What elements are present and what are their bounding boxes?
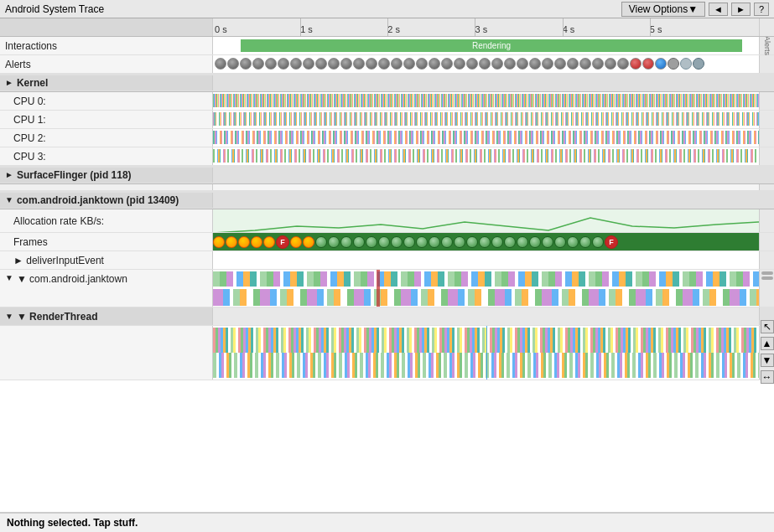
alert-dot-colored[interactable]: [630, 58, 642, 70]
alert-dot[interactable]: [227, 58, 239, 70]
alerts-track[interactable]: [213, 55, 759, 73]
alert-dot-colored[interactable]: [642, 58, 654, 70]
janktown-toggle[interactable]: ▼: [5, 195, 13, 204]
frame-dot-green[interactable]: [579, 236, 591, 248]
render-thread-track[interactable]: [213, 326, 759, 380]
alert-dot[interactable]: [265, 58, 277, 70]
janktown-thread-track[interactable]: [213, 270, 759, 307]
frame-dot-green[interactable]: [429, 236, 440, 248]
frame-dot[interactable]: [238, 236, 250, 248]
frame-dot[interactable]: [263, 236, 275, 248]
frame-dot-green[interactable]: [554, 236, 566, 248]
frame-dot-green[interactable]: [479, 236, 491, 248]
kernel-section-header[interactable]: ► Kernel: [0, 74, 774, 92]
frame-dot-green[interactable]: [328, 236, 340, 248]
alert-dot[interactable]: [403, 58, 415, 70]
alert-dot[interactable]: [479, 58, 491, 70]
frame-dot-green[interactable]: [454, 236, 465, 248]
render-thread-toggle[interactable]: ▼: [5, 312, 13, 321]
cpu2-track[interactable]: [213, 129, 759, 146]
alert-dot[interactable]: [542, 58, 553, 70]
alert-dot-blue[interactable]: [655, 58, 667, 70]
frame-dot-green[interactable]: [315, 236, 327, 248]
alert-dot[interactable]: [315, 58, 327, 70]
frame-dot-green[interactable]: [416, 236, 428, 248]
alert-dot[interactable]: [278, 58, 289, 70]
alert-dot[interactable]: [340, 58, 352, 70]
frame-dot[interactable]: [251, 236, 262, 248]
render-thread-label[interactable]: ▼ ▼ RenderThread: [0, 307, 213, 325]
frame-dot-green[interactable]: [391, 236, 403, 248]
interactions-track[interactable]: Rendering: [213, 37, 759, 54]
surface-flinger-label[interactable]: ► SurfaceFlinger (pid 118): [0, 168, 213, 183]
frame-dot-green[interactable]: [353, 236, 365, 248]
frame-dot-green[interactable]: [491, 236, 503, 248]
surface-flinger-header[interactable]: ► SurfaceFlinger (pid 118): [0, 166, 774, 184]
frame-dot-green[interactable]: [366, 236, 377, 248]
pan-lr-button[interactable]: ↔: [761, 370, 774, 384]
frame-dot-green[interactable]: [504, 236, 516, 248]
alert-dot[interactable]: [605, 58, 616, 70]
frame-dot-green[interactable]: [378, 236, 390, 248]
frame-dot-green[interactable]: [592, 236, 604, 248]
alert-dot-gray2[interactable]: [680, 58, 692, 70]
janktown-thread-toggle[interactable]: ▼: [5, 273, 13, 282]
frame-dot-f-red2[interactable]: F: [605, 235, 618, 249]
cpu0-track[interactable]: [213, 92, 759, 109]
alert-dot[interactable]: [529, 58, 541, 70]
frame-dot-green[interactable]: [542, 236, 553, 248]
frame-dot[interactable]: [290, 236, 302, 248]
frame-dot-green[interactable]: [567, 236, 579, 248]
alert-dot[interactable]: [252, 58, 264, 70]
content-rows[interactable]: Interactions Rendering Alerts Alerts: [0, 37, 774, 512]
nav-back-button[interactable]: ◄: [709, 3, 728, 16]
frames-track[interactable]: F: [213, 233, 759, 251]
cursor-nav-button[interactable]: ↖: [761, 320, 774, 333]
alert-dot[interactable]: [416, 58, 428, 70]
alert-dot[interactable]: [554, 58, 566, 70]
alert-dot[interactable]: [441, 58, 453, 70]
frame-dot[interactable]: [226, 236, 237, 248]
frame-dot-green[interactable]: [340, 236, 352, 248]
frame-dot-f-red[interactable]: F: [276, 235, 289, 249]
alert-dot[interactable]: [567, 58, 579, 70]
janktown-label[interactable]: ▼ com.android.janktown (pid 13409): [0, 193, 213, 208]
allocation-rate-track[interactable]: [213, 209, 759, 232]
frame-dot-green[interactable]: [529, 236, 541, 248]
alert-dot[interactable]: [491, 58, 503, 70]
cpu3-track[interactable]: [213, 147, 759, 164]
alert-dot-gray3[interactable]: [693, 58, 704, 70]
alert-dot[interactable]: [378, 58, 390, 70]
view-options-button[interactable]: View Options▼: [621, 2, 705, 17]
alert-dot[interactable]: [592, 58, 604, 70]
alert-dot[interactable]: [504, 58, 516, 70]
frame-dot-green[interactable]: [403, 236, 415, 248]
kernel-toggle[interactable]: ►: [5, 78, 13, 87]
alert-dot[interactable]: [353, 58, 365, 70]
kernel-label[interactable]: ► Kernel: [0, 75, 213, 90]
alert-dot[interactable]: [617, 58, 629, 70]
alert-dot[interactable]: [429, 58, 440, 70]
nav-forward-button[interactable]: ►: [731, 3, 751, 16]
frame-dot-green[interactable]: [441, 236, 453, 248]
alert-dot[interactable]: [391, 58, 403, 70]
alert-dot[interactable]: [240, 58, 252, 70]
alert-dot[interactable]: [579, 58, 591, 70]
surface-flinger-toggle[interactable]: ►: [5, 170, 13, 179]
render-thread-header[interactable]: ▼ ▼ RenderThread: [0, 307, 774, 326]
alert-dot[interactable]: [517, 58, 528, 70]
alert-dot[interactable]: [290, 58, 302, 70]
alert-dot[interactable]: [303, 58, 314, 70]
cpu1-track[interactable]: [213, 111, 759, 127]
help-button[interactable]: ?: [754, 3, 769, 16]
frame-dot[interactable]: [213, 236, 225, 248]
pan-down-button[interactable]: ▼: [761, 354, 774, 367]
alert-dot-gray[interactable]: [668, 58, 679, 70]
pan-up-button[interactable]: ▲: [761, 337, 774, 350]
frame-dot[interactable]: [303, 236, 314, 248]
deliver-input-track[interactable]: [213, 251, 759, 269]
alert-dot[interactable]: [215, 58, 226, 70]
frame-dot-green[interactable]: [517, 236, 528, 248]
alert-dot[interactable]: [466, 58, 478, 70]
janktown-header[interactable]: ▼ com.android.janktown (pid 13409): [0, 191, 774, 209]
